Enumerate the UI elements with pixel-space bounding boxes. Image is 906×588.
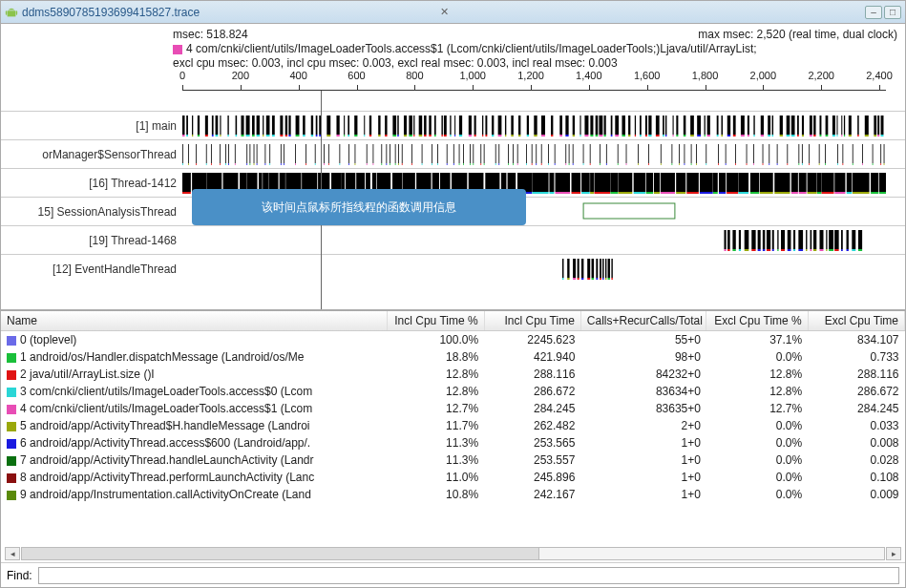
column-header[interactable]: Calls+RecurCalls/Total <box>580 311 706 331</box>
table-row[interactable]: 6 android/app/ActivityThread.access$600 … <box>1 434 905 452</box>
svg-rect-31 <box>263 116 263 135</box>
svg-rect-598 <box>834 230 839 249</box>
svg-rect-418 <box>853 163 853 165</box>
svg-rect-301 <box>402 144 403 163</box>
svg-rect-379 <box>691 144 692 163</box>
svg-rect-181 <box>722 116 723 135</box>
tab-title[interactable]: ddms5890785193699415827.trace <box>22 6 436 19</box>
svg-rect-5 <box>186 116 188 135</box>
svg-rect-612 <box>573 259 576 278</box>
svg-rect-353 <box>573 144 574 163</box>
horizontal-scrollbar[interactable]: ◂ ▸ <box>1 545 905 562</box>
svg-rect-218 <box>832 135 835 136</box>
table-row[interactable]: 3 com/cnki/client/utils/ImageLoaderTools… <box>1 383 905 400</box>
svg-rect-508 <box>634 192 645 194</box>
table-row[interactable]: 5 android/app/ActivityThread$H.handleMes… <box>1 417 905 434</box>
svg-rect-606 <box>858 230 862 249</box>
table-row[interactable]: 2 java/util/ArrayList.size ()I12.8%288.1… <box>1 366 905 383</box>
column-header[interactable]: Incl Cpu Time <box>484 311 580 331</box>
svg-rect-277 <box>324 144 325 163</box>
column-header[interactable]: Incl Cpu Time % <box>388 311 484 331</box>
find-input[interactable] <box>38 567 899 584</box>
svg-rect-59 <box>348 116 349 135</box>
svg-rect-361 <box>606 144 607 163</box>
svg-rect-511 <box>654 173 660 192</box>
svg-rect-574 <box>772 230 774 249</box>
svg-rect-495 <box>572 173 581 192</box>
svg-rect-505 <box>619 173 633 192</box>
svg-rect-340 <box>532 163 533 165</box>
svg-rect-370 <box>648 163 649 165</box>
method-color-icon <box>7 473 16 483</box>
svg-rect-198 <box>772 135 773 136</box>
svg-rect-130 <box>573 135 575 136</box>
svg-rect-4 <box>182 135 184 136</box>
minimize-button[interactable]: – <box>865 6 882 19</box>
table-row[interactable]: 7 android/app/ActivityThread.handleLaunc… <box>1 452 905 469</box>
column-header[interactable]: Excl Cpu Time <box>808 311 904 331</box>
thread-row[interactable]: [12] EventHandleThread <box>1 254 905 283</box>
table-row[interactable]: 0 (toplevel)100.0%2245.62355+037.1%834.1… <box>1 331 905 349</box>
svg-rect-244 <box>206 163 207 165</box>
close-icon[interactable]: ✕ <box>440 6 449 18</box>
svg-rect-50 <box>316 135 318 136</box>
svg-rect-105 <box>485 116 487 135</box>
svg-rect-38 <box>280 135 283 136</box>
svg-rect-184 <box>727 135 730 136</box>
svg-rect-134 <box>584 135 588 136</box>
svg-rect-306 <box>422 163 423 165</box>
svg-rect-405 <box>802 144 803 163</box>
svg-rect-399 <box>777 144 778 163</box>
svg-rect-67 <box>378 116 380 135</box>
svg-rect-230 <box>865 135 869 136</box>
svg-rect-409 <box>819 144 820 163</box>
table-row[interactable]: 8 android/app/ActivityThread.performLaun… <box>1 469 905 486</box>
svg-rect-378 <box>685 163 685 165</box>
svg-rect-30 <box>257 135 260 136</box>
svg-rect-395 <box>763 144 764 163</box>
svg-rect-65 <box>369 116 371 135</box>
svg-rect-422 <box>873 163 874 165</box>
svg-rect-589 <box>811 249 812 251</box>
svg-rect-179 <box>717 116 719 135</box>
svg-rect-212 <box>813 135 815 136</box>
maximize-button[interactable]: □ <box>884 6 901 19</box>
svg-rect-146 <box>615 135 619 136</box>
svg-rect-112 <box>505 135 506 136</box>
time-ruler[interactable]: 02004006008001,0001,2001,4001,6001,8002,… <box>182 90 886 111</box>
column-header[interactable]: Name <box>1 311 388 331</box>
svg-rect-171 <box>690 116 694 135</box>
svg-rect-622 <box>596 259 598 278</box>
table-row[interactable]: 1 android/os/Handler.dispatchMessage (La… <box>1 348 905 366</box>
svg-rect-187 <box>741 116 745 135</box>
svg-rect-404 <box>798 163 799 165</box>
svg-rect-200 <box>780 135 783 136</box>
scroll-right-icon[interactable]: ▸ <box>886 547 901 560</box>
thread-row[interactable]: [19] Thread-1468 <box>1 225 905 254</box>
svg-rect-494 <box>556 192 570 194</box>
svg-rect-329 <box>498 144 499 163</box>
svg-rect-303 <box>411 144 412 163</box>
svg-rect-25 <box>246 116 250 135</box>
table-row[interactable]: 9 android/app/Instrumentation.callActivi… <box>1 486 905 503</box>
svg-rect-536 <box>791 192 798 194</box>
thread-row[interactable]: [1] main <box>1 111 905 139</box>
svg-rect-525 <box>727 173 738 192</box>
table-row[interactable]: 4 com/cnki/client/utils/ImageLoaderTools… <box>1 400 905 417</box>
svg-rect-542 <box>817 192 822 194</box>
svg-rect-493 <box>556 173 570 192</box>
svg-rect-602 <box>847 230 849 249</box>
column-header[interactable]: Excl Cpu Time % <box>706 311 808 331</box>
svg-rect-231 <box>874 116 876 135</box>
svg-rect-363 <box>618 144 619 163</box>
svg-rect-29 <box>257 116 260 135</box>
svg-rect-502 <box>594 192 610 194</box>
svg-rect-131 <box>579 116 580 135</box>
svg-rect-217 <box>832 116 835 135</box>
scroll-left-icon[interactable]: ◂ <box>5 547 20 560</box>
thread-row[interactable]: orManager$SensorThread <box>1 139 905 168</box>
svg-rect-428 <box>182 192 191 194</box>
svg-rect-223 <box>844 116 845 135</box>
svg-rect-552 <box>871 192 878 194</box>
svg-rect-75 <box>404 116 407 135</box>
